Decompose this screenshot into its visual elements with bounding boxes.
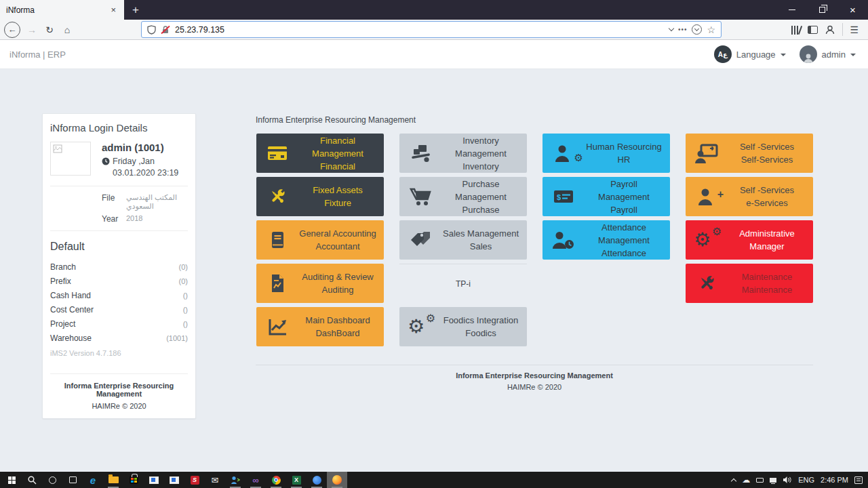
tray-expand-icon[interactable] <box>731 478 736 483</box>
default-row-branch: Branch (0) <box>50 260 188 274</box>
window-minimize-button[interactable] <box>776 0 807 20</box>
tab-close-icon[interactable]: × <box>108 5 118 15</box>
system-tray: ☁ ENG 2:46 PM <box>732 472 868 488</box>
sql-server-icon[interactable]: S <box>184 472 205 488</box>
default-section-title: Default <box>50 241 188 253</box>
insecure-lock-icon[interactable] <box>161 25 170 35</box>
tile-auditing[interactable]: Auditing & Review Auditing <box>256 264 384 303</box>
home-button[interactable]: ⌂ <box>58 21 76 39</box>
default-label: Cost Center <box>50 305 94 314</box>
excel-icon[interactable]: X <box>286 472 307 488</box>
tile-hr[interactable]: ⚙ Human Resourcing HR <box>542 134 670 173</box>
footer-divider <box>256 365 813 365</box>
keyboard-language[interactable]: ENG <box>798 476 814 484</box>
app-window-icon[interactable] <box>164 472 184 488</box>
tile-subtitle: e-Services <box>728 197 806 209</box>
main-footer: Informa Enterprise Resourcing Management… <box>256 371 813 391</box>
tile-inventory[interactable]: Inventory Management Inventory <box>399 134 527 173</box>
gear-icon: ⚙ <box>574 152 583 163</box>
tile-subtitle: Purchase <box>441 203 520 216</box>
sidebar-toggle-icon[interactable] <box>808 26 818 34</box>
user-menu[interactable]: admin <box>800 45 856 63</box>
visual-studio-icon[interactable]: ∞ <box>245 472 266 488</box>
tile-purchase[interactable]: Purchase Management Purchase <box>399 177 527 216</box>
menu-icon[interactable]: ☰ <box>850 24 859 35</box>
start-button[interactable] <box>1 472 22 488</box>
account-icon[interactable] <box>825 24 835 35</box>
edge-icon[interactable]: e <box>83 472 103 488</box>
default-value: () <box>183 291 188 300</box>
cortana-icon[interactable] <box>42 472 62 488</box>
file-explorer-icon[interactable] <box>103 472 123 488</box>
tile-sales[interactable]: Sales Management Sales <box>399 220 527 260</box>
app-window-icon[interactable] <box>144 472 164 488</box>
forward-button[interactable]: → <box>23 21 41 39</box>
default-label: Project <box>50 319 75 329</box>
tile-title: Self -Services <box>728 140 806 153</box>
network-icon[interactable] <box>770 478 776 483</box>
tile-maintenance[interactable]: Maintenance Maintenance <box>686 264 813 303</box>
svg-text:$: $ <box>557 193 561 201</box>
mail-icon[interactable]: ✉ <box>205 472 225 488</box>
language-menu[interactable]: Aع Language <box>714 45 786 63</box>
firefox-icon[interactable] <box>327 472 347 488</box>
new-tab-button[interactable]: + <box>124 0 147 20</box>
volume-icon[interactable] <box>783 476 792 484</box>
chrome-icon[interactable] <box>266 472 286 488</box>
money-check-icon: $ <box>542 186 585 207</box>
tile-payroll[interactable]: $ Payroll Management Payroll <box>542 177 670 216</box>
tile-subtitle: DashBoard <box>298 327 377 340</box>
module-grid: Financial Management Financial <box>256 134 813 346</box>
microsoft-store-icon[interactable] <box>123 472 144 488</box>
profile-info: admin (1001) Friday ,Jan 03.01.2020 23:1… <box>102 142 188 179</box>
window-close-button[interactable]: × <box>837 0 868 20</box>
tile-dashboard[interactable]: Main Dashboard DashBoard <box>256 307 384 346</box>
tools-icon <box>686 273 728 293</box>
year-label: Year <box>102 214 126 224</box>
tile-title: General Accounting <box>298 227 377 240</box>
tile-foodics[interactable]: ⚙ ⚙ Foodics Integration Foodics <box>399 307 527 346</box>
back-button[interactable]: ← <box>4 22 20 38</box>
window-controls: × <box>776 0 868 20</box>
user-switch-icon[interactable] <box>225 472 245 488</box>
clock-icon <box>102 157 110 165</box>
tracking-shield-icon[interactable] <box>147 25 156 35</box>
reload-button[interactable]: ↻ <box>41 21 58 39</box>
gear-icon: ⚙ <box>694 228 711 251</box>
tile-subtitle: Maintenance <box>728 283 806 296</box>
bookmark-star-icon[interactable]: ☆ <box>707 24 715 35</box>
tile-fixed-assets[interactable]: Fixed Assets Fixture <box>256 177 384 216</box>
device-icon[interactable] <box>756 478 764 483</box>
page-actions-icon[interactable]: ••• <box>678 26 688 33</box>
task-view-icon[interactable] <box>62 472 83 488</box>
footer-copyright: HAIMRe © 2020 <box>256 383 813 391</box>
library-icon[interactable] <box>791 25 801 35</box>
url-dropdown-icon[interactable] <box>669 26 674 31</box>
tile-subtitle: Inventory <box>441 160 520 173</box>
action-center-icon[interactable] <box>854 476 863 484</box>
url-bar[interactable]: 25.23.79.135 ••• ☆ <box>141 21 722 38</box>
browser-tab[interactable]: iNforma × <box>0 0 124 20</box>
tile-admin-manager[interactable]: ⚙ ⚙ Administrative Manager <box>686 220 813 260</box>
url-text[interactable]: 25.23.79.135 <box>175 25 224 35</box>
book-icon <box>256 230 298 250</box>
window-restore-button[interactable] <box>807 0 837 20</box>
tile-subtitle: Sales <box>441 240 520 253</box>
app-blue-circle-icon[interactable] <box>307 472 327 488</box>
tile-attendance[interactable]: Attendance Management Attendance <box>542 220 670 260</box>
onedrive-cloud-icon[interactable]: ☁ <box>742 476 750 484</box>
tile-self-services[interactable]: Self -Services Self-Services <box>686 134 813 173</box>
app-brand[interactable]: iNforma | ERP <box>0 49 66 60</box>
search-icon[interactable] <box>22 472 42 488</box>
user-screen-icon <box>686 143 728 163</box>
broken-image-placeholder <box>50 142 91 176</box>
tile-title: Sales Management <box>441 227 520 240</box>
tile-e-services[interactable]: + Self -Services e-Services <box>686 177 813 216</box>
tile-title: Maintenance <box>728 270 806 283</box>
file-year-block: File المكتب الهندسي السعودي Year 2018 <box>102 193 188 224</box>
clock[interactable]: 2:46 PM <box>821 476 848 484</box>
default-value: (0) <box>179 263 188 271</box>
tile-general-accounting[interactable]: General Accounting Accountant <box>256 220 384 260</box>
pocket-icon[interactable] <box>692 24 702 35</box>
tile-financial[interactable]: Financial Management Financial <box>256 134 384 173</box>
